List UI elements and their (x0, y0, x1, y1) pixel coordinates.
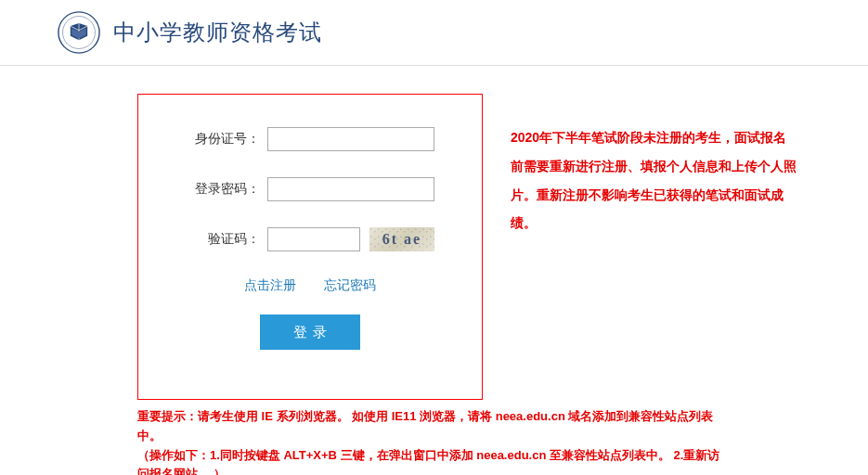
register-link[interactable]: 点击注册 (244, 277, 296, 294)
side-notice: 2020年下半年笔试阶段未注册的考生，面试报名前需要重新进行注册、填报个人信息和… (511, 94, 798, 400)
captcha-text: 6t ae (382, 231, 421, 248)
captcha-label: 验证码： (186, 231, 260, 248)
footer-line-2: （操作如下：1.同时按键盘 ALT+X+B 三键，在弹出窗口中添加 neea.e… (137, 446, 724, 475)
id-input[interactable] (267, 127, 434, 151)
login-form: 身份证号： 登录密码： 验证码： 6t ae 点击注册 忘记密码 登录 (137, 94, 483, 400)
captcha-row: 验证码： 6t ae (157, 227, 463, 251)
site-title: 中小学教师资格考试 (113, 18, 322, 47)
forgot-password-link[interactable]: 忘记密码 (324, 277, 376, 294)
id-row: 身份证号： (157, 127, 463, 151)
login-button[interactable]: 登录 (260, 315, 360, 350)
side-notice-text: 2020年下半年笔试阶段未注册的考生，面试报名前需要重新进行注册、填报个人信息和… (511, 123, 798, 238)
links-row: 点击注册 忘记密码 (157, 277, 463, 294)
id-label: 身份证号： (186, 131, 260, 148)
footer-notice: 重要提示：请考生使用 IE 系列浏览器。 如使用 IE11 浏览器，请将 nee… (0, 400, 724, 475)
footer-line-1: 重要提示：请考生使用 IE 系列浏览器。 如使用 IE11 浏览器，请将 nee… (137, 407, 724, 446)
captcha-image[interactable]: 6t ae (369, 227, 434, 251)
password-label: 登录密码： (186, 181, 260, 198)
password-input[interactable] (267, 177, 434, 201)
password-row: 登录密码： (157, 177, 463, 201)
site-logo-icon (58, 11, 100, 54)
header: 中小学教师资格考试 (0, 0, 868, 66)
content-area: 身份证号： 登录密码： 验证码： 6t ae 点击注册 忘记密码 登录 2020… (0, 66, 868, 400)
captcha-input[interactable] (267, 227, 360, 251)
